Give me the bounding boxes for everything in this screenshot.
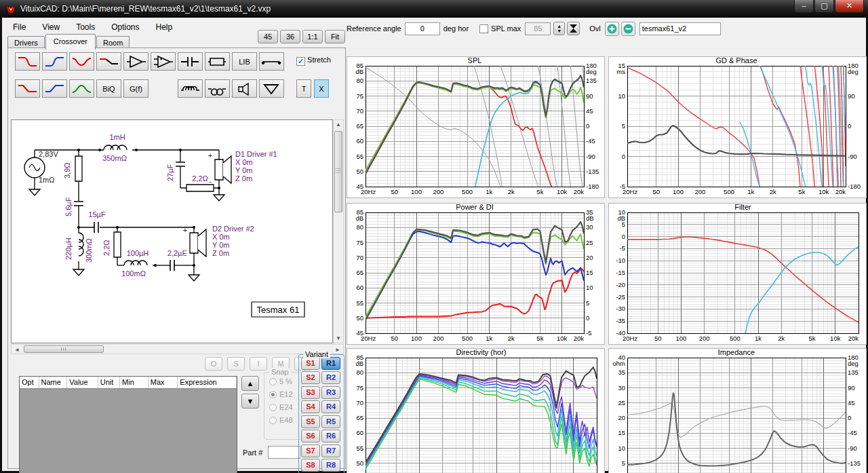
lib-button[interactable]: LIB <box>232 52 257 71</box>
snap-option-E48[interactable]: E48 <box>269 416 301 424</box>
svg-text:60: 60 <box>356 137 363 145</box>
gf-button[interactable]: G(f) <box>123 79 149 98</box>
lowshelf-button[interactable] <box>15 79 40 98</box>
variant-button-r8[interactable]: R8 <box>321 459 340 472</box>
capacitor-button[interactable] <box>178 52 203 71</box>
svg-text:-180: -180 <box>586 183 599 190</box>
lowpass-button[interactable] <box>15 52 40 71</box>
bandpass-button[interactable] <box>69 52 94 71</box>
part-number-input[interactable] <box>268 446 300 459</box>
optimizer-button-s[interactable]: S <box>227 357 245 371</box>
zoom-control-1to1[interactable]: 1:1 <box>302 30 323 43</box>
schematic-label: 15µF <box>88 210 106 219</box>
variant-button-s8[interactable]: S8 <box>301 459 320 472</box>
schematic-label: 3,9Ω <box>63 162 71 178</box>
svg-text:Power & DI: Power & DI <box>456 204 494 211</box>
menu-item-help[interactable]: Help <box>151 20 178 34</box>
resistor-button[interactable] <box>205 52 230 71</box>
scroll-up-icon[interactable]: ▲ <box>334 121 343 128</box>
stretch-checkbox[interactable]: ✓ <box>296 57 305 66</box>
svg-text:-10: -10 <box>616 257 625 264</box>
hscroll-thumb[interactable]: III <box>24 345 104 353</box>
ground-button[interactable] <box>259 79 284 98</box>
speaker-button[interactable] <box>232 79 257 98</box>
maximize-button[interactable]: ▢ <box>814 0 834 13</box>
scroll-right-icon[interactable]: ► <box>333 347 342 353</box>
svg-text:50: 50 <box>652 188 660 195</box>
spl-max-checkbox[interactable] <box>479 24 488 33</box>
highshelf-button[interactable] <box>42 79 67 98</box>
buffer-button[interactable] <box>123 52 149 71</box>
variant-button-s2[interactable]: S2 <box>301 371 320 384</box>
stretch-option[interactable]: ✓ Stretch <box>296 56 331 66</box>
optimizer-button-o[interactable]: O <box>205 357 222 371</box>
variant-button-r7[interactable]: R7 <box>321 444 340 457</box>
svg-text:200: 200 <box>699 335 710 342</box>
menu-item-tools[interactable]: Tools <box>71 20 100 34</box>
svg-text:100: 100 <box>676 335 687 342</box>
variant-button-s3[interactable]: S3 <box>301 386 320 399</box>
overlay-add-button[interactable] <box>605 22 619 36</box>
menu-item-view[interactable]: View <box>37 20 65 34</box>
delete-tool-button[interactable]: X <box>314 79 329 98</box>
variant-groupbox: Variant S1R1S2R2S3R3S4R4S5R5S6R6S7R7S8R8 <box>298 354 344 473</box>
variant-button-r1[interactable]: R1 <box>321 357 340 370</box>
close-button[interactable]: ✕ <box>835 0 864 13</box>
component-table-header: OptNameValueUnitMinMaxExpression <box>20 377 237 389</box>
vscroll-thumb[interactable]: ——— <box>334 131 342 212</box>
wire-button[interactable] <box>259 52 284 71</box>
opamp-button[interactable] <box>151 52 176 71</box>
schematic-canvas[interactable]: 2,83V1mΩ1mH350mΩ3,9Ω5,6µF27µF2,2Ω+-D1 Dr… <box>11 119 333 343</box>
spl-max-spinner[interactable]: ▲▼ <box>553 22 565 35</box>
svg-text:500: 500 <box>730 335 741 342</box>
radio-icon <box>269 417 277 424</box>
variant-button-s5[interactable]: S5 <box>301 415 320 428</box>
snap-option-label: 5 % <box>279 377 292 385</box>
component-table[interactable]: OptNameValueUnitMinMaxExpression <box>19 376 237 473</box>
spl-max-input[interactable] <box>525 22 551 35</box>
biq-button[interactable]: BiQ <box>96 79 121 98</box>
svg-text:deg: deg <box>848 68 859 75</box>
tab-crossover[interactable]: Crossover <box>45 34 96 50</box>
snap-option-5[interactable]: 5 % <box>269 377 301 385</box>
variant-button-r5[interactable]: R5 <box>321 415 340 428</box>
schematic-hscrollbar[interactable]: ◄ III ► <box>11 344 344 354</box>
peak-button[interactable] <box>69 79 94 98</box>
highpass-button[interactable] <box>42 52 67 71</box>
inductor-button[interactable] <box>178 79 203 98</box>
menu-item-file[interactable]: File <box>7 20 31 34</box>
scroll-left-icon[interactable]: ◄ <box>12 347 22 353</box>
variant-button-s4[interactable]: S4 <box>301 400 320 413</box>
overlay-remove-button[interactable] <box>621 22 635 36</box>
snap-option-E12[interactable]: E12 <box>269 390 301 398</box>
variant-name-input[interactable] <box>639 22 721 35</box>
shelf-button[interactable] <box>96 52 121 71</box>
text-tool-button[interactable]: T <box>296 79 311 98</box>
svg-text:55: 55 <box>356 299 363 307</box>
svg-text:70: 70 <box>356 107 363 115</box>
variant-button-r2[interactable]: R2 <box>321 371 340 384</box>
zoom-control-36[interactable]: 36 <box>280 30 300 43</box>
svg-text:10k: 10k <box>830 335 841 342</box>
optimizer-button-i[interactable]: I <box>250 357 267 371</box>
zoom-control-Fit[interactable]: Fit <box>325 30 345 43</box>
snap-option-E24[interactable]: E24 <box>269 403 301 411</box>
variant-button-s6[interactable]: S6 <box>301 430 320 442</box>
variant-button-r6[interactable]: R6 <box>321 430 340 442</box>
move-down-button[interactable]: ▼ <box>241 394 259 409</box>
series-imp-mag <box>627 393 846 466</box>
variant-button-r3[interactable]: R3 <box>321 386 340 399</box>
schematic-vscrollbar[interactable]: ▲ ——— ▼ <box>333 119 344 343</box>
transformer-button[interactable] <box>205 79 230 98</box>
autoscale-icon[interactable] <box>567 22 580 35</box>
minimize-button[interactable]: – <box>794 0 814 13</box>
svg-text:0: 0 <box>622 153 625 160</box>
zoom-control-45[interactable]: 45 <box>258 30 278 43</box>
menu-item-options[interactable]: Options <box>106 20 144 34</box>
variant-button-s1[interactable]: S1 <box>301 357 320 370</box>
reference-angle-input[interactable] <box>405 22 440 35</box>
variant-button-r4[interactable]: R4 <box>321 400 340 413</box>
variant-button-s7[interactable]: S7 <box>301 444 320 457</box>
scroll-down-icon[interactable]: ▼ <box>334 335 343 341</box>
move-up-button[interactable]: ▲ <box>241 376 259 391</box>
